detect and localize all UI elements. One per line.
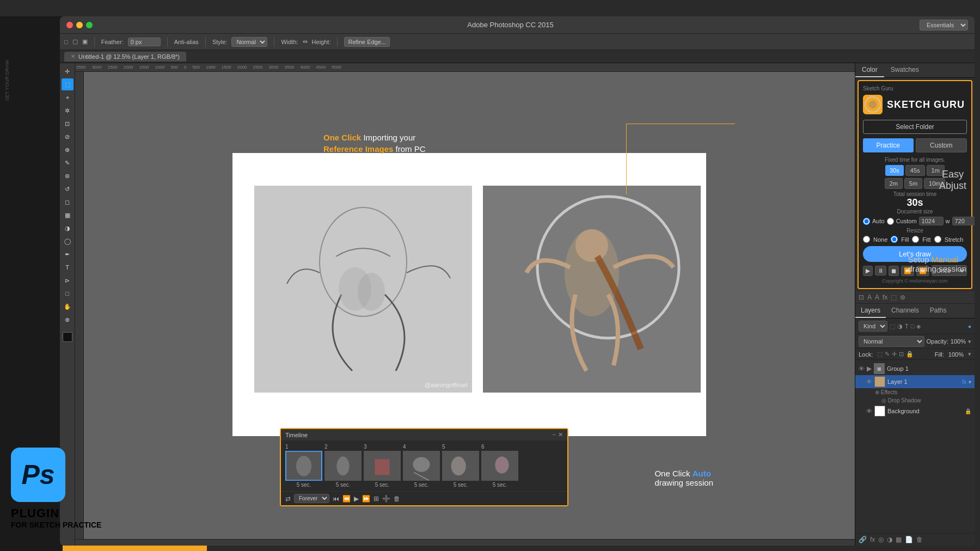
eyedropper-tool[interactable]: ⊘	[62, 131, 74, 143]
panel-icon-2[interactable]: A	[867, 293, 872, 301]
tab-layers[interactable]: Layers	[855, 304, 886, 318]
essentials-dropdown[interactable]: Essentials	[920, 20, 968, 30]
action-btn-2[interactable]: ⏸	[875, 266, 886, 276]
tab-color[interactable]: Color	[855, 63, 884, 77]
clone-tool[interactable]: ⊛	[62, 170, 74, 182]
doc-auto-radio[interactable]	[863, 218, 870, 225]
layers-delete-icon[interactable]: 🗑	[916, 536, 923, 543]
layer-filter-smart-icon[interactable]: ◈	[916, 323, 921, 330]
timeline-play-btn[interactable]: ▶	[354, 495, 359, 503]
resize-stretch-radio[interactable]	[934, 236, 941, 243]
panel-icon-4[interactable]: fx	[883, 293, 887, 301]
layers-new-icon[interactable]: 📄	[905, 536, 913, 543]
resize-fitt-radio[interactable]	[912, 236, 919, 243]
layer-filter-type-icon[interactable]: T	[905, 323, 909, 330]
timeline-convert-icon[interactable]: ⇄	[285, 495, 291, 503]
background-layer-item[interactable]: 👁 Background 🔒	[855, 405, 975, 418]
blur-tool[interactable]: ◑	[62, 222, 74, 234]
dodge-tool[interactable]: ◯	[62, 235, 74, 247]
timeline-next-btn[interactable]: ⏩	[362, 495, 370, 503]
action-btn-1[interactable]: ▶	[863, 266, 873, 276]
lasso-tool[interactable]: ⌖	[62, 91, 74, 103]
foreground-color[interactable]	[63, 332, 72, 342]
hand-tool[interactable]: ✋	[62, 301, 74, 313]
tab-close-icon[interactable]: ✕	[71, 53, 75, 59]
bg-visibility-icon[interactable]: 👁	[866, 408, 872, 414]
timeline-close-button[interactable]: ✕	[558, 431, 563, 438]
layer-filter-toggle[interactable]: ●	[968, 323, 971, 329]
time-1m-button[interactable]: 1m	[927, 165, 945, 176]
timeline-skip-start-btn[interactable]: ⏮	[333, 495, 339, 503]
select-folder-button[interactable]: Select Folder	[863, 120, 967, 134]
time-5m-button[interactable]: 5m	[904, 178, 922, 189]
maximize-button[interactable]	[86, 22, 93, 28]
frame-4[interactable]: 4 5 sec.	[403, 444, 440, 488]
layers-link-icon[interactable]: 🔗	[859, 536, 867, 543]
panel-icon-1[interactable]: ⊡	[859, 293, 864, 301]
time-45s-button[interactable]: 45s	[905, 165, 925, 176]
tab-channels[interactable]: Channels	[886, 304, 924, 318]
healing-tool[interactable]: ⊕	[62, 144, 74, 156]
zoom-tool[interactable]: ⊕	[62, 314, 74, 326]
tab-paths[interactable]: Paths	[924, 304, 952, 318]
lets-draw-button[interactable]: Let's draw	[863, 246, 967, 262]
brush-tool[interactable]: ✎	[62, 157, 74, 169]
layer-1-item[interactable]: 👁 Layer 1 fx ▾	[855, 375, 975, 388]
timeline-collapse-button[interactable]: −	[553, 431, 556, 438]
timeline-new-frame-btn[interactable]: ➕	[382, 495, 390, 503]
time-30s-button[interactable]: 30s	[885, 165, 904, 176]
pen-tool[interactable]: ✒	[62, 248, 74, 260]
once-select[interactable]: Once	[932, 265, 967, 276]
lock-artboard-icon[interactable]: ⊡	[899, 351, 904, 358]
layers-kind-select[interactable]: Kind	[859, 321, 887, 332]
layer-1-visibility-icon[interactable]: 👁	[866, 378, 872, 385]
frame-6[interactable]: 6 5 sec.	[481, 444, 518, 488]
frame-1[interactable]: 1 5 sec.	[285, 444, 322, 488]
lock-transparent-icon[interactable]: ⬚	[877, 351, 883, 358]
marquee-tool[interactable]: ⬚	[62, 78, 74, 90]
opacity-chevron-icon[interactable]: ▾	[968, 338, 971, 345]
time-2m-button[interactable]: 2m	[885, 178, 903, 189]
minimize-button[interactable]	[76, 22, 83, 28]
action-btn-3[interactable]: ◼	[889, 266, 899, 276]
layers-mask-icon[interactable]: ◎	[878, 536, 884, 543]
timeline-forever-select[interactable]: Forever	[294, 494, 329, 503]
layer-filter-shape-icon[interactable]: □	[911, 323, 915, 330]
doc-height-input[interactable]	[952, 217, 975, 225]
history-tool[interactable]: ↺	[62, 183, 74, 195]
time-10m-button[interactable]: 10m	[924, 178, 945, 189]
layer-1-chevron-icon[interactable]: ▾	[969, 379, 971, 385]
resize-none-radio[interactable]	[863, 236, 870, 243]
timeline-delete-btn[interactable]: 🗑	[394, 495, 400, 503]
frame-3[interactable]: 3 5 sec.	[364, 444, 401, 488]
move-tool[interactable]: ✛	[62, 65, 74, 77]
eraser-tool[interactable]: ◻	[62, 196, 74, 208]
refine-edge-button[interactable]: Refine Edge...	[344, 37, 390, 47]
doc-custom-radio[interactable]	[887, 218, 894, 225]
style-select[interactable]: Normal	[231, 37, 267, 47]
layers-group-icon[interactable]: ▦	[896, 536, 902, 543]
magic-wand-tool[interactable]: ✲	[62, 105, 74, 117]
document-tab[interactable]: ✕ Untitled-1 @ 12.5% (Layer 1, RGB/8*)	[64, 52, 186, 62]
group-expand-icon[interactable]: ▶	[867, 365, 872, 372]
action-btn-5[interactable]: ⏩	[916, 266, 929, 276]
layer-filter-adjust-icon[interactable]: ◑	[897, 323, 903, 330]
gradient-tool[interactable]: ▦	[62, 209, 74, 221]
doc-width-input[interactable]	[919, 217, 944, 225]
close-button[interactable]	[66, 22, 73, 28]
lock-move-icon[interactable]: ✛	[892, 351, 897, 358]
layers-adjust-icon[interactable]: ◑	[887, 536, 892, 543]
layers-fx-icon[interactable]: fx	[870, 536, 875, 543]
fill-chevron-icon[interactable]: ▾	[968, 351, 971, 358]
layers-blend-select[interactable]: Normal	[859, 336, 924, 347]
layer-group-1[interactable]: 👁 ▶ ▦ Group 1	[855, 362, 975, 375]
timeline-prev-btn[interactable]: ⏪	[342, 495, 351, 503]
custom-mode-button[interactable]: Custom	[916, 138, 967, 152]
timeline-tween-btn[interactable]: ⊞	[373, 495, 379, 503]
layer-filter-pixel-icon[interactable]: ⬚	[890, 323, 895, 330]
frame-2[interactable]: 2 5 sec.	[324, 444, 362, 488]
lock-all-icon[interactable]: 🔒	[906, 351, 914, 358]
lock-paint-icon[interactable]: ✎	[885, 351, 890, 358]
panel-icon-6[interactable]: ⊛	[900, 293, 905, 301]
horizontal-scrollbar[interactable]	[75, 539, 855, 546]
